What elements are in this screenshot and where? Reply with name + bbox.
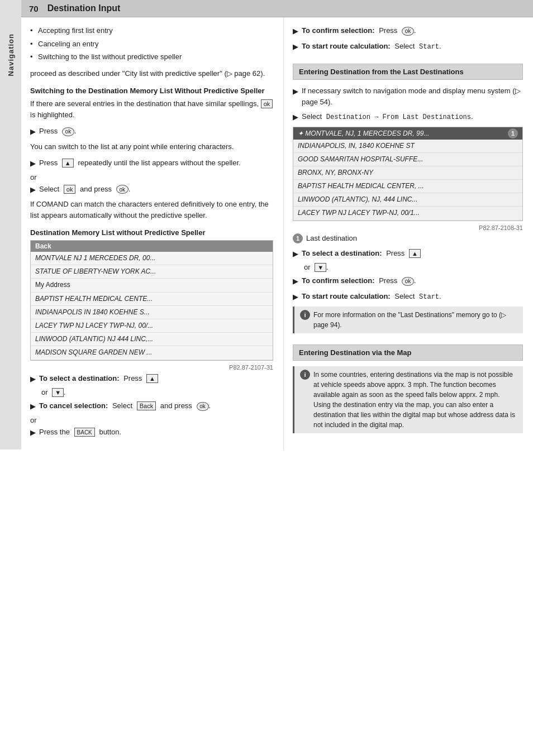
ok-btn-2: ok (116, 185, 129, 194)
up-btn-r: ▲ (409, 249, 421, 258)
header-title: Destination Input (47, 3, 121, 13)
ok-badge: ok (261, 99, 273, 108)
press-back-label: Press the BACK button. (39, 427, 121, 438)
section3-box-title: Entering Destination from the Last Desti… (299, 68, 517, 76)
ok-btn-r: ok (402, 27, 414, 36)
select-dest2-label: To select a destination: Press ▲ (302, 248, 421, 259)
arrow-icon: ▶ (293, 248, 298, 260)
info-box-1: i For more information on the "Last Dest… (293, 307, 523, 333)
start2-label: To start route calculation: Select Start… (302, 291, 441, 302)
arrow-icon: ▶ (30, 184, 36, 195)
list-item: INDIANAPOLIS IN 1840 KOEHNE S... (31, 306, 273, 319)
up-btn: ▲ (146, 374, 158, 383)
dest-list2-caption: P82.87-2108-31 (293, 224, 523, 231)
dest-list-header: Back (31, 241, 273, 252)
arrow-icon: ▶ (293, 291, 298, 303)
confirm-label: To confirm selection: Press ok. (302, 25, 416, 36)
list-item: MADISON SQUARE GARDEN NEW ... (31, 346, 273, 360)
start-label: To start route calculation: Select Start… (302, 41, 441, 52)
content-area: 70 Destination Input Accepting first lis… (21, 0, 533, 449)
list-item: Canceling an entry (30, 39, 273, 50)
arrow-icon: ▶ (30, 374, 36, 385)
dn-btn-r: ▼ (315, 263, 326, 272)
section4-box-title: Entering Destination via the Map (299, 348, 517, 357)
list-item: LACEY TWP NJ LACEY TWP-NJ, 00/1... (293, 207, 522, 220)
select-dest-menu-item: ▶ Select Destination → From Last Destina… (293, 111, 523, 123)
last-dest-label-text: Last destination (306, 234, 357, 242)
back-button: BACK (74, 428, 95, 437)
section1-heading: Switching to the Destination Memory List… (30, 87, 273, 95)
cancel-sel-label: To cancel selection: Select Back and pre… (39, 400, 211, 412)
press-ok-label: Press ok. (39, 126, 76, 137)
select-dest-menu-label: Select Destination → From Last Destinati… (302, 111, 473, 122)
list-item: LINWOOD (ATLANTIC), NJ, 444 LINC... (293, 193, 522, 207)
select-dest-label: To select a destination: Press ▲ (39, 373, 158, 384)
arrow-icon: ▶ (30, 126, 36, 137)
info-box-2: i In some countries, entering destinatio… (293, 366, 523, 433)
list-item: Switching to the list without predictive… (30, 51, 273, 63)
dn-btn: ▼ (52, 388, 64, 397)
info1-text: For more information on the "Last Destin… (313, 310, 517, 330)
intro-text: proceed as described under "City list wi… (30, 68, 273, 79)
info-icon-2: i (300, 370, 310, 380)
list-item: INDIANAPOLIS, IN, 1840 KOEHNE ST (293, 140, 522, 153)
select-dest-item: ▶ To select a destination: Press ▲ (30, 373, 273, 385)
info-icon-1: i (300, 310, 310, 320)
list-item: LINWOOD (ATLANTIC) NJ 444 LINC,... (31, 333, 273, 346)
left-column: Accepting first list entry Canceling an … (21, 17, 284, 449)
press-ok-item: ▶ Press ok. (30, 126, 273, 137)
select-dest2-item: ▶ To select a destination: Press ▲ (293, 248, 523, 260)
header-bar: 70 Destination Input (21, 0, 533, 17)
last-dest-circle: 1 (508, 128, 518, 138)
info-row-1: i For more information on the "Last Dest… (300, 310, 517, 330)
arrow-icon: ▶ (293, 86, 298, 97)
switch-text: You can switch to the list at any point … (30, 141, 273, 152)
list-item: BRONX, NY, BRONX-NY (293, 166, 522, 180)
list-item: Accepting first list entry (30, 25, 273, 36)
ok-btn-3: ok (197, 402, 209, 411)
list-item: BAPTIST HEALTH MEDICAL CENTER, ... (293, 180, 522, 193)
confirm2-label: To confirm selection: Press ok. (302, 275, 416, 286)
dest-list-first-item: ✦ MONTVALE, NJ, 1 MERCEDES DR, 99... 1 (293, 127, 522, 140)
start-item: ▶ To start route calculation: Select Sta… (293, 41, 523, 52)
section4-box: Entering Destination via the Map (293, 344, 523, 361)
right-column: ▶ To confirm selection: Press ok. ▶ To s… (284, 17, 533, 449)
select-dest-or-row: or ▼. (30, 388, 273, 397)
select-ok-label: Select ok and press ok. (39, 184, 130, 195)
arrow-icon: ▶ (293, 276, 298, 287)
comand-text: If COMAND can match the characters enter… (30, 199, 273, 221)
last-dest-label-row: 1 Last destination (293, 233, 523, 243)
section2-heading: Destination Memory List without Predicti… (30, 228, 273, 237)
arrow-icon: ▶ (30, 427, 36, 438)
up-button: ▲ (62, 159, 74, 168)
list-item: MONTVALE NJ 1 MERCEDES DR, 00... (31, 252, 273, 265)
spacer2 (293, 338, 523, 344)
dest-list-box-right: ✦ MONTVALE, NJ, 1 MERCEDES DR, 99... 1 I… (293, 127, 523, 221)
dest-list-caption: P82.87-2107-31 (30, 364, 273, 371)
arrow-icon: ▶ (293, 41, 298, 52)
list-item: My Address (31, 279, 273, 292)
info2-text: In some countries, entering destinations… (313, 370, 517, 430)
list-item: BAPTIST HEALTH MEDICAL CENTE... (31, 293, 273, 306)
bullet-list: Accepting first list entry Canceling an … (30, 25, 273, 63)
two-col-layout: Accepting first list entry Canceling an … (21, 17, 533, 449)
confirm2-item: ▶ To confirm selection: Press ok. (293, 275, 523, 287)
press-up-label: Press ▲ repeatedly until the list appear… (39, 157, 241, 169)
spacer (293, 56, 523, 64)
or-text-1: or (30, 173, 273, 181)
last-dest-num: 1 (293, 233, 303, 243)
back-btn: Back (137, 401, 156, 410)
section1-para1: If there are several entries in the dest… (30, 98, 273, 120)
select-dest2-or-row: or ▼. (293, 263, 523, 272)
section3-box: Entering Destination from the Last Desti… (293, 64, 523, 80)
ok-button: ok (62, 127, 74, 136)
cancel-sel-item: ▶ To cancel selection: Select Back and p… (30, 400, 273, 412)
list-item: STATUE OF LIBERTY-NEW YORK AC... (31, 265, 273, 279)
arrow-icon: ▶ (30, 401, 36, 412)
confirm-item: ▶ To confirm selection: Press ok. (293, 25, 523, 37)
start2-item: ▶ To start route calculation: Select Sta… (293, 291, 523, 303)
list-item: GOOD SAMARITAN HOSPITAL-SUFFE... (293, 153, 522, 166)
select-ok-item: ▶ Select ok and press ok. (30, 184, 273, 195)
list-item: LACEY TWP NJ LACEY TWP-NJ, 00/... (31, 319, 273, 333)
ok-btn-r2: ok (402, 277, 414, 286)
